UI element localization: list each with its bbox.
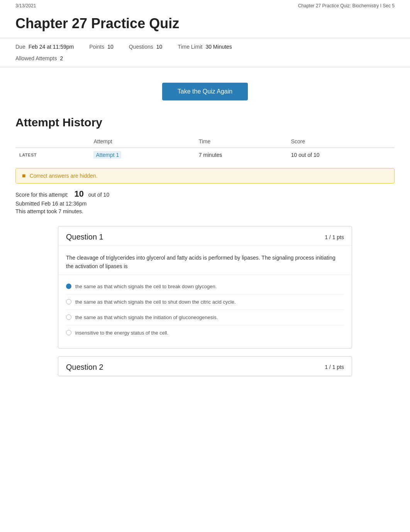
table-row: LATEST Attempt 1 7 minutes 10 out of 10 (15, 148, 395, 162)
col-attempt: Attempt (90, 135, 195, 148)
time-limit-value: 30 Minutes (205, 44, 232, 50)
row-attempt[interactable]: Attempt 1 (90, 148, 195, 162)
due-value: Feb 24 at 11:59pm (29, 44, 74, 50)
questions-value: 10 (156, 44, 163, 50)
col-tag (15, 135, 90, 148)
questions-item: Questions 10 (129, 44, 163, 50)
question-title: Question 1 (66, 233, 103, 241)
bottom-space (0, 384, 410, 399)
row-tag: LATEST (15, 148, 90, 162)
option-text: insensitive to the energy status of the … (75, 330, 168, 336)
option-text: the same as that which signals the cell … (75, 299, 235, 305)
question-title: Question 2 (66, 363, 103, 372)
questions-label: Questions (129, 44, 153, 50)
radio-0[interactable] (66, 284, 71, 289)
score-line: Score for this attempt: 10 out of 10 (15, 189, 395, 199)
radio-1[interactable] (66, 299, 71, 304)
meta-row-2: Allowed Attempts 2 (15, 55, 395, 61)
submitted-line: Submitted Feb 16 at 12:36pm (15, 201, 395, 207)
radio-2[interactable] (66, 314, 71, 320)
score-label: Score for this attempt: (15, 192, 68, 198)
score-number: 10 (75, 189, 84, 199)
points-label: Points (89, 44, 104, 50)
answer-option: the same as that which signals the initi… (66, 310, 344, 325)
question-pts: 1 / 1 pts (325, 234, 344, 240)
correct-hidden-banner: ■ Correct answers are hidden. (15, 168, 395, 184)
question-header: Question 1 1 / 1 pts (58, 226, 352, 246)
time-limit-label: Time Limit (178, 44, 202, 50)
question-body: The cleavage of triglycerides into glyce… (58, 246, 352, 275)
top-bar: 3/13/2021 Chapter 27 Practice Quiz: Bioc… (0, 0, 410, 12)
question-block-1: Question 1 1 / 1 pts The cleavage of tri… (58, 226, 352, 348)
take-quiz-section: Take the Quiz Again (0, 67, 410, 112)
info-icon: ■ (22, 172, 26, 179)
row-time: 7 minutes (195, 148, 287, 162)
took-line: This attempt took 7 minutes. (15, 208, 395, 214)
table-header-row: Attempt Time Score (15, 135, 395, 148)
row-score: 10 out of 10 (287, 148, 395, 162)
col-score: Score (287, 135, 395, 148)
due-item: Due Feb 24 at 11:59pm (15, 44, 74, 50)
answer-option: the same as that which signals the cell … (66, 294, 344, 310)
quiz-meta-bar: Due Feb 24 at 11:59pm Points 10 Question… (0, 38, 410, 67)
score-out-of: out of 10 (88, 192, 110, 198)
date-label: 3/13/2021 (15, 3, 36, 8)
points-item: Points 10 (89, 44, 114, 50)
question-header: Question 2 1 / 1 pts (58, 357, 352, 376)
question-pts: 1 / 1 pts (325, 364, 344, 370)
attempt-history-title: Attempt History (0, 112, 410, 135)
option-text: the same as that which signals the initi… (75, 314, 218, 320)
attempt-table: Attempt Time Score LATEST Attempt 1 7 mi… (15, 135, 395, 162)
points-value: 10 (107, 44, 114, 50)
radio-3[interactable] (66, 330, 71, 335)
allowed-attempts-value: 2 (60, 55, 63, 61)
allowed-attempts-label: Allowed Attempts (15, 55, 57, 61)
time-limit-item: Time Limit 30 Minutes (178, 44, 232, 50)
answer-options: the same as that which signals the cell … (58, 275, 352, 348)
option-text: the same as that which signals the cell … (75, 284, 217, 289)
answer-option: insensitive to the energy status of the … (66, 325, 344, 340)
course-title: Chapter 27 Practice Quiz: Biochemistry I… (298, 3, 395, 8)
score-section: Score for this attempt: 10 out of 10 Sub… (0, 184, 410, 218)
question-block-2: Question 2 1 / 1 pts (58, 356, 352, 376)
answer-option: the same as that which signals the cell … (66, 279, 344, 294)
due-label: Due (15, 44, 25, 50)
take-quiz-button[interactable]: Take the Quiz Again (162, 83, 248, 100)
meta-row-1: Due Feb 24 at 11:59pm Points 10 Question… (15, 44, 395, 50)
correct-hidden-text: Correct answers are hidden. (30, 173, 98, 179)
allowed-attempts-item: Allowed Attempts 2 (15, 55, 63, 61)
col-time: Time (195, 135, 287, 148)
page-title: Chapter 27 Practice Quiz (0, 12, 410, 38)
